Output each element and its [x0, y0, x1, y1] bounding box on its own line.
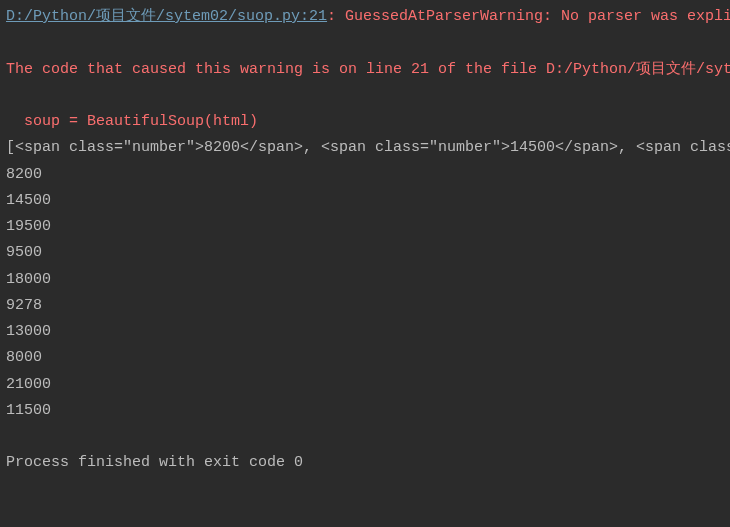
output-number: 14500	[6, 188, 724, 214]
blank-line	[6, 83, 724, 109]
warning-file-link[interactable]: D:/Python/项目文件/sytem02/suop.py:21	[6, 8, 327, 25]
blank-line	[6, 30, 724, 56]
output-number: 18000	[6, 267, 724, 293]
warning-type-and-message: GuessedAtParserWarning: No parser was ex…	[345, 8, 730, 25]
warning-header-line: D:/Python/项目文件/sytem02/suop.py:21: Guess…	[6, 4, 724, 30]
warning-source-code: soup = BeautifulSoup(html)	[6, 109, 724, 135]
output-number: 8200	[6, 162, 724, 188]
warning-separator: :	[327, 8, 345, 25]
output-number: 11500	[6, 398, 724, 424]
output-number: 13000	[6, 319, 724, 345]
output-number: 8000	[6, 345, 724, 371]
output-number: 9278	[6, 293, 724, 319]
output-number: 21000	[6, 372, 724, 398]
output-number: 9500	[6, 240, 724, 266]
process-exit-line: Process finished with exit code 0	[6, 450, 724, 476]
output-number: 19500	[6, 214, 724, 240]
output-repr-list: [<span class="number">8200</span>, <span…	[6, 135, 724, 161]
blank-line	[6, 424, 724, 450]
warning-details-line: The code that caused this warning is on …	[6, 57, 724, 83]
